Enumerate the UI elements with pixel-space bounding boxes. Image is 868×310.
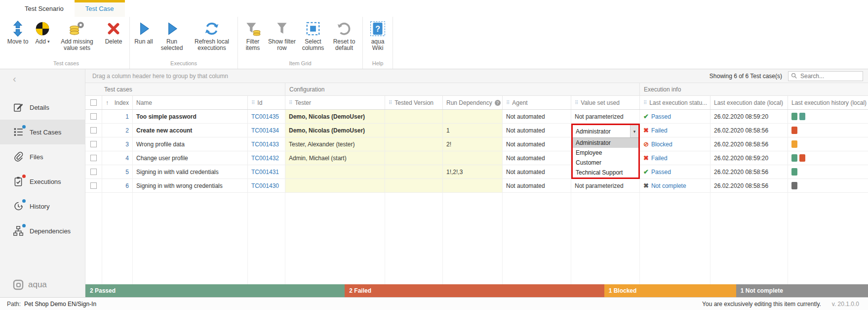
row-checkbox[interactable]	[90, 127, 97, 133]
status-passed-icon: ✔	[643, 168, 649, 176]
cell-value-set[interactable]: Not parameterized	[571, 110, 640, 123]
value-set-combobox[interactable]: Administrator ▾	[573, 125, 638, 138]
column-header-tested-version[interactable]: ⠿Tested Version	[385, 96, 443, 109]
search-box[interactable]	[788, 71, 863, 81]
cell-run-dependency[interactable]: 1	[443, 124, 503, 137]
sidebar-label-test-cases: Test Cases	[30, 129, 61, 136]
sidebar-item-history[interactable]: History	[0, 194, 85, 219]
column-header-agent[interactable]: ⠿Agent	[503, 96, 571, 109]
column-header-name[interactable]: Name	[133, 96, 248, 109]
filter-items-button[interactable]: Filter items	[240, 17, 266, 51]
cell-tester[interactable]: Admin, Michael (start)	[285, 151, 385, 165]
group-by-bar[interactable]: Drag a column header here to group by th…	[85, 69, 868, 83]
help-icon[interactable]: ?	[495, 100, 501, 106]
cell-tester[interactable]: Demo, Nicolas (DemoUser)	[285, 124, 385, 137]
status-link[interactable]: Passed	[651, 169, 671, 176]
status-link[interactable]: Passed	[651, 113, 671, 120]
table-row[interactable]: 4 Change user profile TC001432 Admin, Mi…	[85, 151, 868, 165]
dropdown-option[interactable]: Technical Support	[573, 168, 638, 177]
column-header-id[interactable]: ⠿Id	[248, 96, 285, 109]
cell-tested-version[interactable]	[385, 165, 443, 178]
tab-test-scenario[interactable]: Test Scenario	[14, 0, 75, 17]
move-to-button[interactable]: Move to	[5, 17, 31, 45]
table-row[interactable]: 6 Signing in with wrong credentials TC00…	[85, 179, 868, 193]
row-checkbox[interactable]	[90, 182, 97, 189]
grip-icon[interactable]: ⠿	[289, 100, 292, 105]
combobox-dropdown-button[interactable]: ▾	[630, 125, 638, 137]
sidebar-item-details[interactable]: Details	[0, 95, 85, 120]
select-columns-button[interactable]: Select columns	[298, 17, 328, 51]
column-header-history[interactable]: Last execution history (local)	[788, 96, 868, 109]
column-header-status[interactable]: ⠿Last execution statu...	[640, 96, 710, 109]
testcase-id-link[interactable]: TC001432	[251, 155, 279, 162]
cell-run-dependency[interactable]	[443, 179, 503, 192]
cell-run-dependency[interactable]	[443, 110, 503, 123]
dropdown-option[interactable]: Employee	[573, 148, 638, 158]
aqua-wiki-label: aqua Wiki	[365, 39, 391, 51]
sidebar-item-test-cases[interactable]: Test Cases	[0, 120, 85, 144]
tab-test-case[interactable]: Test Case	[75, 0, 125, 17]
history-square	[791, 127, 797, 134]
run-selected-button[interactable]: Run selected	[156, 17, 188, 51]
cell-tester[interactable]: Demo, Nicolas (DemoUser)	[285, 110, 385, 123]
cell-tested-version[interactable]	[385, 137, 443, 151]
testcase-id-link[interactable]: TC001435	[251, 113, 279, 120]
row-checkbox[interactable]	[90, 141, 97, 147]
grip-icon[interactable]: ⠿	[389, 100, 392, 105]
row-checkbox[interactable]	[90, 155, 97, 161]
cell-tester[interactable]: Tester, Alexander (tester)	[285, 137, 385, 151]
cell-run-dependency[interactable]: 1!,2!,3	[443, 165, 503, 178]
grip-icon[interactable]: ⠿	[251, 100, 255, 105]
status-link[interactable]: Not complete	[651, 182, 686, 189]
column-header-tester[interactable]: ⠿Tester	[285, 96, 385, 109]
grip-icon[interactable]: ⠿	[643, 100, 647, 105]
sidebar-item-executions[interactable]: Executions	[0, 169, 85, 194]
dropdown-option[interactable]: Customer	[573, 158, 638, 168]
cell-value-set[interactable]: Not parameterized	[571, 179, 640, 192]
refresh-local-executions-button[interactable]: Refresh local executions	[188, 17, 236, 51]
status-link[interactable]: Failed	[651, 127, 668, 134]
grip-icon[interactable]: ⠿	[506, 100, 510, 105]
cell-tester[interactable]	[285, 165, 385, 178]
add-missing-value-sets-button[interactable]: Add missing value sets	[54, 17, 100, 51]
cell-run-dependency[interactable]: 2!	[443, 137, 503, 151]
search-input[interactable]	[799, 72, 860, 80]
cell-agent: Not automated	[503, 165, 571, 178]
grip-icon[interactable]: ⠿	[575, 100, 578, 105]
reset-to-default-button[interactable]: Reset to default	[328, 17, 360, 51]
collapse-sidebar-button[interactable]: ‹	[13, 74, 16, 83]
sidebar-item-files[interactable]: Files	[0, 144, 85, 169]
run-all-button[interactable]: Run all	[132, 17, 156, 45]
cell-tested-version[interactable]	[385, 179, 443, 192]
testcase-id-link[interactable]: TC001434	[251, 127, 279, 134]
cell-tester[interactable]	[285, 179, 385, 192]
column-header-run-dependency[interactable]: Run Dependency?	[443, 96, 503, 109]
column-header-index[interactable]: ↑ Index	[102, 96, 133, 109]
table-row[interactable]: 2 Create new account TC001434 Demo, Nico…	[85, 124, 868, 137]
status-link[interactable]: Failed	[651, 155, 668, 162]
table-row[interactable]: 1 Too simple password TC001435 Demo, Nic…	[85, 110, 868, 124]
table-row[interactable]: 3 Wrong profile data TC001433 Tester, Al…	[85, 137, 868, 151]
cell-run-dependency[interactable]	[443, 151, 503, 165]
column-header-date[interactable]: Last execution date (local)	[710, 96, 788, 109]
select-all-checkbox[interactable]	[90, 99, 97, 106]
aqua-wiki-button[interactable]: ? aqua Wiki	[365, 17, 391, 51]
delete-button[interactable]: Delete	[100, 17, 127, 45]
cell-tested-version[interactable]	[385, 110, 443, 123]
sidebar-item-dependencies[interactable]: Dependencies	[0, 219, 85, 243]
status-link[interactable]: Blocked	[651, 141, 672, 148]
testcase-id-link[interactable]: TC001433	[251, 141, 279, 148]
cell-tested-version[interactable]	[385, 151, 443, 165]
sort-ascending-icon[interactable]: ↑	[106, 99, 109, 106]
cell-tested-version[interactable]	[385, 124, 443, 137]
column-header-value-set[interactable]: ⠿Value set used	[571, 96, 640, 109]
testcase-id-link[interactable]: TC001430	[251, 182, 279, 189]
row-checkbox[interactable]	[90, 113, 97, 120]
show-filter-row-button[interactable]: Show filter row	[266, 17, 298, 51]
dropdown-option[interactable]: Administrator	[573, 138, 638, 148]
filter-coins-icon	[244, 20, 261, 37]
add-button[interactable]: Add▾	[31, 17, 54, 45]
table-row[interactable]: 5 Signing in with valid credentials TC00…	[85, 165, 868, 179]
row-checkbox[interactable]	[90, 169, 97, 175]
testcase-id-link[interactable]: TC001431	[251, 169, 279, 176]
